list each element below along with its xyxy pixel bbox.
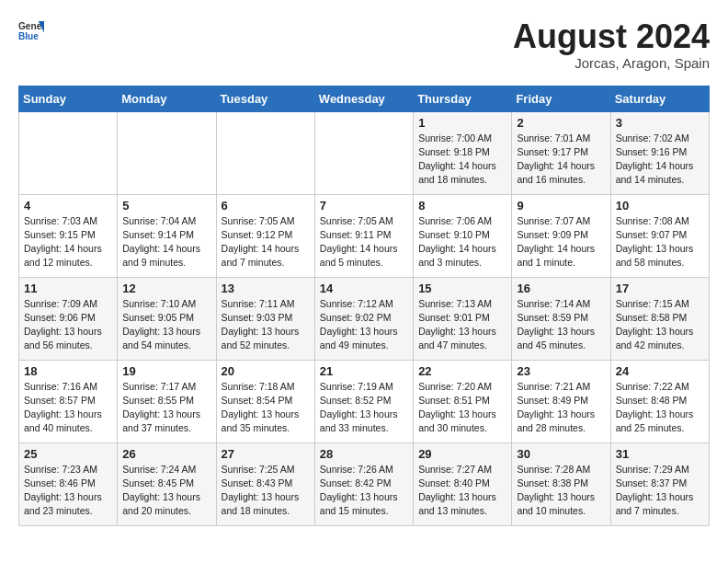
day-number: 11 xyxy=(24,282,112,295)
day-cell: 24Sunrise: 7:22 AM Sunset: 8:48 PM Dayli… xyxy=(610,360,709,442)
col-header-tuesday: Tuesday xyxy=(216,86,314,111)
day-number: 18 xyxy=(24,364,112,378)
day-cell: 13Sunrise: 7:11 AM Sunset: 9:03 PM Dayli… xyxy=(216,277,314,360)
day-cell: 26Sunrise: 7:24 AM Sunset: 8:45 PM Dayli… xyxy=(118,442,216,525)
logo-icon: General Blue xyxy=(18,18,44,44)
day-info: Sunrise: 7:28 AM Sunset: 8:38 PM Dayligh… xyxy=(517,463,605,519)
day-cell: 5Sunrise: 7:04 AM Sunset: 9:14 PM Daylig… xyxy=(118,194,216,277)
day-info: Sunrise: 7:21 AM Sunset: 8:49 PM Dayligh… xyxy=(517,380,605,436)
day-number: 29 xyxy=(418,447,506,461)
day-cell: 7Sunrise: 7:05 AM Sunset: 9:11 PM Daylig… xyxy=(314,194,413,277)
week-row-5: 25Sunrise: 7:23 AM Sunset: 8:46 PM Dayli… xyxy=(19,442,710,525)
day-cell xyxy=(118,111,216,194)
day-number: 13 xyxy=(222,282,310,295)
day-cell: 4Sunrise: 7:03 AM Sunset: 9:15 PM Daylig… xyxy=(19,194,118,277)
day-cell: 28Sunrise: 7:26 AM Sunset: 8:42 PM Dayli… xyxy=(314,442,413,525)
day-info: Sunrise: 7:29 AM Sunset: 8:37 PM Dayligh… xyxy=(616,463,704,519)
day-cell: 8Sunrise: 7:06 AM Sunset: 9:10 PM Daylig… xyxy=(414,194,512,277)
day-cell: 21Sunrise: 7:19 AM Sunset: 8:52 PM Dayli… xyxy=(314,360,413,442)
day-info: Sunrise: 7:10 AM Sunset: 9:05 PM Dayligh… xyxy=(122,297,210,353)
day-cell: 29Sunrise: 7:27 AM Sunset: 8:40 PM Dayli… xyxy=(414,442,512,525)
day-number: 31 xyxy=(616,447,704,461)
day-info: Sunrise: 7:27 AM Sunset: 8:40 PM Dayligh… xyxy=(418,463,506,519)
day-cell: 17Sunrise: 7:15 AM Sunset: 8:58 PM Dayli… xyxy=(610,277,709,360)
col-header-monday: Monday xyxy=(118,86,216,111)
title-block: August 2024 Jorcas, Aragon, Spain xyxy=(513,18,710,71)
day-number: 14 xyxy=(320,282,408,295)
day-cell: 9Sunrise: 7:07 AM Sunset: 9:09 PM Daylig… xyxy=(512,194,610,277)
day-info: Sunrise: 7:15 AM Sunset: 8:58 PM Dayligh… xyxy=(616,297,704,353)
day-cell xyxy=(19,111,118,194)
day-number: 9 xyxy=(517,199,605,213)
day-info: Sunrise: 7:11 AM Sunset: 9:03 PM Dayligh… xyxy=(222,297,310,353)
day-cell: 2Sunrise: 7:01 AM Sunset: 9:17 PM Daylig… xyxy=(512,111,610,194)
day-info: Sunrise: 7:13 AM Sunset: 9:01 PM Dayligh… xyxy=(418,297,506,353)
day-info: Sunrise: 7:02 AM Sunset: 9:16 PM Dayligh… xyxy=(616,132,704,188)
day-number: 28 xyxy=(320,447,408,461)
week-row-4: 18Sunrise: 7:16 AM Sunset: 8:57 PM Dayli… xyxy=(19,360,710,442)
day-cell: 12Sunrise: 7:10 AM Sunset: 9:05 PM Dayli… xyxy=(118,277,216,360)
col-header-sunday: Sunday xyxy=(19,86,118,111)
day-info: Sunrise: 7:24 AM Sunset: 8:45 PM Dayligh… xyxy=(122,463,210,519)
day-cell: 11Sunrise: 7:09 AM Sunset: 9:06 PM Dayli… xyxy=(19,277,118,360)
day-cell: 31Sunrise: 7:29 AM Sunset: 8:37 PM Dayli… xyxy=(610,442,709,525)
day-info: Sunrise: 7:17 AM Sunset: 8:55 PM Dayligh… xyxy=(122,380,210,436)
day-number: 6 xyxy=(222,199,310,213)
day-cell: 30Sunrise: 7:28 AM Sunset: 8:38 PM Dayli… xyxy=(512,442,610,525)
day-cell: 25Sunrise: 7:23 AM Sunset: 8:46 PM Dayli… xyxy=(19,442,118,525)
day-number: 17 xyxy=(616,282,704,295)
day-info: Sunrise: 7:01 AM Sunset: 9:17 PM Dayligh… xyxy=(517,132,605,188)
day-number: 2 xyxy=(517,116,605,130)
day-number: 10 xyxy=(616,199,704,213)
day-cell: 20Sunrise: 7:18 AM Sunset: 8:54 PM Dayli… xyxy=(216,360,314,442)
calendar-table: SundayMondayTuesdayWednesdayThursdayFrid… xyxy=(18,86,710,526)
week-row-1: 1Sunrise: 7:00 AM Sunset: 9:18 PM Daylig… xyxy=(19,111,710,194)
day-info: Sunrise: 7:09 AM Sunset: 9:06 PM Dayligh… xyxy=(24,297,112,353)
day-info: Sunrise: 7:00 AM Sunset: 9:18 PM Dayligh… xyxy=(418,132,506,188)
day-cell: 16Sunrise: 7:14 AM Sunset: 8:59 PM Dayli… xyxy=(512,277,610,360)
day-cell xyxy=(216,111,314,194)
day-number: 30 xyxy=(517,447,605,461)
day-info: Sunrise: 7:18 AM Sunset: 8:54 PM Dayligh… xyxy=(222,380,310,436)
day-number: 19 xyxy=(122,364,210,378)
day-number: 5 xyxy=(122,199,210,213)
header-row: SundayMondayTuesdayWednesdayThursdayFrid… xyxy=(19,86,710,111)
day-number: 24 xyxy=(616,364,704,378)
day-cell: 1Sunrise: 7:00 AM Sunset: 9:18 PM Daylig… xyxy=(414,111,512,194)
day-info: Sunrise: 7:16 AM Sunset: 8:57 PM Dayligh… xyxy=(24,380,112,436)
page-header: General Blue August 2024 Jorcas, Aragon,… xyxy=(18,18,710,71)
day-info: Sunrise: 7:22 AM Sunset: 8:48 PM Dayligh… xyxy=(616,380,704,436)
day-info: Sunrise: 7:14 AM Sunset: 8:59 PM Dayligh… xyxy=(517,297,605,353)
day-cell: 23Sunrise: 7:21 AM Sunset: 8:49 PM Dayli… xyxy=(512,360,610,442)
week-row-3: 11Sunrise: 7:09 AM Sunset: 9:06 PM Dayli… xyxy=(19,277,710,360)
day-cell: 10Sunrise: 7:08 AM Sunset: 9:07 PM Dayli… xyxy=(610,194,709,277)
day-number: 1 xyxy=(418,116,506,130)
col-header-thursday: Thursday xyxy=(414,86,512,111)
day-cell: 6Sunrise: 7:05 AM Sunset: 9:12 PM Daylig… xyxy=(216,194,314,277)
day-info: Sunrise: 7:26 AM Sunset: 8:42 PM Dayligh… xyxy=(320,463,408,519)
day-number: 16 xyxy=(517,282,605,295)
day-cell: 3Sunrise: 7:02 AM Sunset: 9:16 PM Daylig… xyxy=(610,111,709,194)
day-info: Sunrise: 7:08 AM Sunset: 9:07 PM Dayligh… xyxy=(616,214,704,270)
day-number: 23 xyxy=(517,364,605,378)
day-number: 12 xyxy=(122,282,210,295)
col-header-friday: Friday xyxy=(512,86,610,111)
day-cell: 27Sunrise: 7:25 AM Sunset: 8:43 PM Dayli… xyxy=(216,442,314,525)
day-number: 20 xyxy=(222,364,310,378)
day-number: 15 xyxy=(418,282,506,295)
day-number: 3 xyxy=(616,116,704,130)
week-row-2: 4Sunrise: 7:03 AM Sunset: 9:15 PM Daylig… xyxy=(19,194,710,277)
day-info: Sunrise: 7:20 AM Sunset: 8:51 PM Dayligh… xyxy=(418,380,506,436)
day-cell: 22Sunrise: 7:20 AM Sunset: 8:51 PM Dayli… xyxy=(414,360,512,442)
svg-text:Blue: Blue xyxy=(18,31,39,41)
day-info: Sunrise: 7:05 AM Sunset: 9:12 PM Dayligh… xyxy=(222,214,310,270)
day-info: Sunrise: 7:19 AM Sunset: 8:52 PM Dayligh… xyxy=(320,380,408,436)
logo: General Blue xyxy=(18,18,44,44)
day-number: 4 xyxy=(24,199,112,213)
day-number: 22 xyxy=(418,364,506,378)
day-info: Sunrise: 7:23 AM Sunset: 8:46 PM Dayligh… xyxy=(24,463,112,519)
day-cell: 15Sunrise: 7:13 AM Sunset: 9:01 PM Dayli… xyxy=(414,277,512,360)
day-number: 25 xyxy=(24,447,112,461)
day-info: Sunrise: 7:07 AM Sunset: 9:09 PM Dayligh… xyxy=(517,214,605,270)
day-cell: 18Sunrise: 7:16 AM Sunset: 8:57 PM Dayli… xyxy=(19,360,118,442)
